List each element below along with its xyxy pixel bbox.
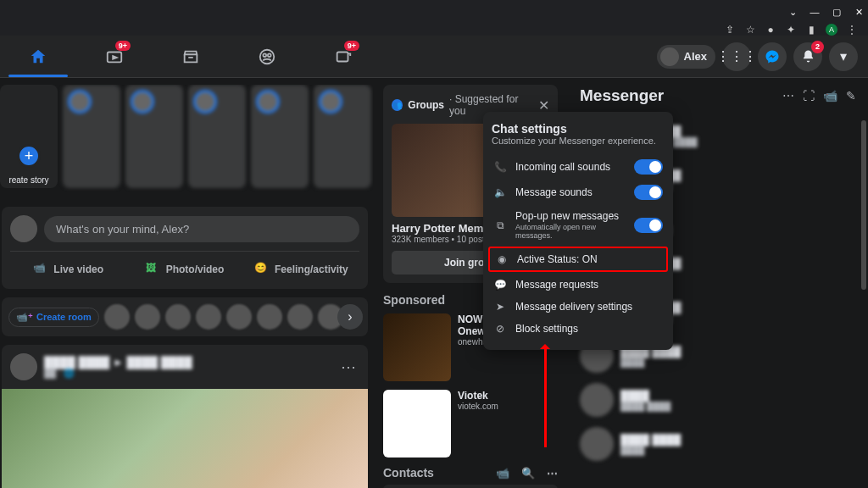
grid-icon: ⋮⋮⋮	[716, 48, 757, 64]
share-icon[interactable]: ⇪	[724, 24, 736, 36]
messenger-compose-button[interactable]: ✎	[846, 89, 856, 103]
message-sounds-row[interactable]: 🔈 Message sounds	[492, 180, 665, 205]
reader-icon[interactable]: ▮	[805, 24, 817, 36]
block-settings-row[interactable]: ⊘ Block settings	[492, 318, 665, 340]
window-line-icon[interactable]: —	[809, 6, 821, 18]
story-card[interactable]	[63, 85, 120, 188]
delivery-settings-label: Message delivery settings	[515, 301, 663, 313]
sponsor-url: viotek.com	[458, 402, 498, 411]
nav-home[interactable]	[0, 36, 76, 77]
room-contact-avatar[interactable]	[196, 304, 221, 330]
contacts-heading-row: Contacts 📹 🔍 ⋯	[383, 466, 558, 480]
active-status-label: Active Status: ON	[517, 253, 661, 265]
create-room-button[interactable]: 📹⁺ Create room	[8, 308, 99, 327]
browser-profile-avatar[interactable]: A	[826, 24, 837, 36]
card-close-button[interactable]: ✕	[538, 97, 549, 114]
nav-user-chip[interactable]: Alex	[657, 45, 715, 69]
window-minimize-icon[interactable]: ⌄	[787, 6, 798, 18]
sponsor-title: Viotek	[458, 390, 498, 402]
chat-settings-title: Chat settings	[492, 122, 665, 136]
block-icon: ⊘	[493, 323, 507, 335]
messenger-thread[interactable]: ████████ ████	[575, 378, 861, 422]
post-image[interactable]	[2, 389, 368, 488]
stories-row: + reate story	[0, 85, 373, 195]
room-contact-avatar[interactable]	[165, 304, 191, 330]
nav-groups[interactable]	[229, 36, 305, 77]
sponsor-image	[383, 390, 451, 458]
live-video-button[interactable]: 📹Live video	[10, 258, 126, 280]
chevron-right-icon: ›	[348, 309, 352, 324]
dots-icon: ⋯	[341, 358, 356, 375]
incoming-call-toggle[interactable]	[634, 159, 663, 175]
post-more-button[interactable]: ⋯	[337, 358, 359, 376]
options-icon[interactable]: ⋯	[547, 467, 558, 480]
nav-marketplace[interactable]	[153, 36, 229, 77]
popup-icon: ⧉	[493, 219, 507, 231]
account-dropdown-button[interactable]: ▾	[829, 42, 858, 71]
popup-messages-label: Pop-up new messages	[515, 210, 626, 222]
feeling-label: Feeling/activity	[275, 263, 348, 275]
popup-messages-toggle[interactable]	[634, 218, 663, 233]
sponsored-item[interactable]: Viotek viotek.com	[383, 390, 558, 458]
composer-input[interactable]: What's on your mind, Alex?	[44, 216, 359, 242]
window-maximize-icon[interactable]: ▢	[831, 6, 843, 18]
spotify-icon[interactable]: ●	[765, 24, 776, 36]
messenger-thread[interactable]: ████ ████████	[575, 422, 861, 466]
story-avatar-ring	[131, 90, 154, 114]
room-contact-avatar[interactable]	[104, 304, 130, 330]
message-requests-row[interactable]: 💬 Message requests	[492, 274, 665, 296]
composer-avatar[interactable]	[10, 215, 37, 242]
svg-rect-4	[337, 52, 348, 61]
search-icon[interactable]: 🔍	[521, 467, 535, 480]
photo-video-label: Photo/video	[166, 263, 225, 275]
menu-grid-button[interactable]: ⋮⋮⋮	[722, 42, 751, 71]
feed-post: ████ ████ ► ████ ████ ██ · 🌐 ⋯	[2, 345, 368, 488]
room-contact-avatar[interactable]	[135, 304, 160, 330]
room-contact-avatar[interactable]	[226, 304, 252, 330]
messenger-panel: Messenger ⋯ ⛶ 📹 ✎ ████ ████████ ████ ███…	[568, 78, 868, 488]
messenger-icon	[765, 49, 780, 64]
groups-badge-icon: 👥	[392, 99, 403, 111]
contacts-heading: Contacts	[383, 466, 434, 480]
message-sounds-toggle[interactable]	[634, 185, 663, 200]
post-meta[interactable]: ████ ████ ► ████ ████ ██ · 🌐	[44, 356, 331, 378]
notifications-button[interactable]: 2	[793, 42, 822, 71]
popup-messages-row[interactable]: ⧉ Pop-up new messages Automatically open…	[492, 205, 665, 245]
messenger-options-button[interactable]: ⋯	[782, 89, 794, 103]
see-all-contacts-button[interactable]: See All (31) ⌄	[383, 485, 558, 488]
story-avatar-ring	[68, 90, 92, 114]
extensions-icon[interactable]: ✦	[785, 24, 797, 36]
feeling-button[interactable]: 😊Feeling/activity	[243, 258, 359, 280]
nav-watch[interactable]: 9+	[76, 36, 153, 77]
arrow-icon: ➤	[493, 301, 507, 313]
notif-count-badge: 2	[811, 41, 824, 53]
messenger-video-button[interactable]: 📹	[823, 89, 837, 103]
nav-gaming[interactable]: 9+	[305, 36, 381, 77]
room-contact-avatar[interactable]	[257, 304, 282, 330]
story-card[interactable]	[251, 85, 309, 188]
star-icon[interactable]: ☆	[744, 24, 756, 36]
photo-video-button[interactable]: 🖼Photo/video	[126, 258, 242, 280]
story-card[interactable]	[314, 85, 371, 188]
new-room-icon[interactable]: 📹	[496, 467, 509, 480]
browser-menu-icon[interactable]: ⋮	[846, 24, 858, 36]
story-card[interactable]	[188, 85, 246, 188]
window-close-icon[interactable]: ✕	[853, 6, 865, 18]
messenger-button[interactable]	[758, 42, 787, 71]
svg-point-3	[268, 53, 271, 57]
post-author-avatar[interactable]	[10, 353, 37, 380]
room-contact-avatar[interactable]	[287, 304, 313, 330]
rooms-next-button[interactable]: ›	[337, 304, 363, 330]
delivery-settings-row[interactable]: ➤ Message delivery settings	[492, 296, 665, 318]
messenger-expand-button[interactable]: ⛶	[803, 89, 815, 103]
story-card[interactable]	[125, 85, 183, 188]
incoming-call-sounds-row[interactable]: 📞 Incoming call sounds	[492, 154, 665, 180]
create-room-label: Create room	[36, 312, 92, 322]
chat-settings-popup: Chat settings Customize your Messenger e…	[483, 112, 673, 350]
create-story-card[interactable]: + reate story	[0, 85, 58, 188]
home-icon	[29, 47, 47, 66]
scrollbar[interactable]	[861, 120, 866, 290]
post-composer: What's on your mind, Alex? 📹Live video 🖼…	[2, 207, 368, 289]
active-status-row[interactable]: ◉ Active Status: ON	[488, 247, 668, 272]
speaker-icon: 🔈	[493, 186, 507, 198]
